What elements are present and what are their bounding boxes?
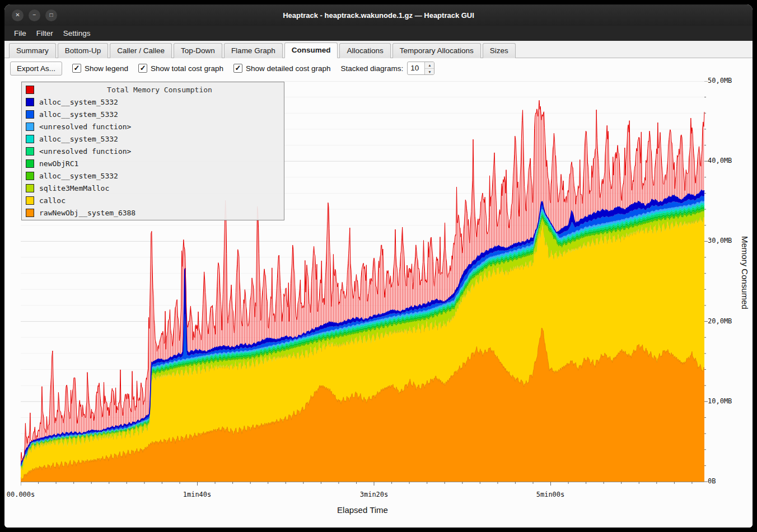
- menu-item-file[interactable]: File: [9, 27, 31, 39]
- minimize-button[interactable]: −: [29, 10, 40, 21]
- close-icon: ✕: [15, 12, 20, 18]
- x-axis-title: Elapsed Time: [21, 505, 704, 515]
- y-tick-label: 20,0MB: [708, 317, 732, 325]
- legend-label: calloc: [39, 196, 66, 205]
- legend-swatch: [26, 209, 34, 217]
- legend-swatch: [26, 172, 34, 180]
- show-total-cost-label: Show total cost graph: [151, 64, 223, 73]
- check-icon: ✓: [140, 64, 146, 72]
- show-detailed-cost-checkbox[interactable]: ✓: [233, 64, 242, 73]
- legend-swatch: [26, 184, 34, 192]
- tab-flame-graph[interactable]: Flame Graph: [224, 43, 283, 58]
- close-button[interactable]: ✕: [12, 10, 24, 21]
- legend-label: alloc__system_5332: [39, 135, 118, 143]
- heaptrack-window: ✕ − □ Heaptrack - heaptrack.wakunode.1.g…: [4, 4, 753, 528]
- legend-row: calloc: [22, 194, 284, 206]
- legend-swatch: [26, 110, 34, 119]
- maximize-icon: □: [49, 12, 53, 18]
- menu-item-filter[interactable]: Filter: [31, 27, 58, 39]
- legend-row: <unresolved function>: [22, 145, 284, 157]
- titlebar[interactable]: ✕ − □ Heaptrack - heaptrack.wakunode.1.g…: [4, 4, 753, 26]
- legend-label: newObjRC1: [39, 159, 78, 168]
- maximize-button[interactable]: □: [45, 10, 57, 21]
- x-tick-label: 5min00s: [528, 491, 573, 498]
- show-detailed-cost-group: ✓ Show detailed cost graph: [233, 64, 331, 73]
- legend-title: Total Memory Consumption: [39, 86, 280, 94]
- y-tick-label: 50,0MB: [708, 77, 732, 84]
- legend-swatch: [26, 196, 34, 205]
- stacked-diagrams-spinner[interactable]: 10 ▲ ▼: [407, 62, 434, 75]
- legend-label: alloc__system_5332: [39, 110, 118, 119]
- show-legend-checkbox[interactable]: ✓: [72, 64, 81, 73]
- y-axis-title: Memory Consumed: [740, 236, 750, 309]
- tab-bar: Summary Bottom-Up Caller / Callee Top-Do…: [4, 41, 753, 58]
- tab-temporary-allocations[interactable]: Temporary Allocations: [392, 43, 481, 58]
- check-icon: ✓: [235, 64, 241, 72]
- chart-legend: Total Memory Consumption alloc__system_5…: [21, 82, 284, 220]
- show-legend-group: ✓ Show legend: [72, 64, 128, 73]
- stacked-diagrams-label: Stacked diagrams:: [341, 64, 404, 73]
- y-tick-label: 40,0MB: [708, 157, 732, 164]
- legend-row: sqlite3MemMalloc: [22, 182, 284, 194]
- check-icon: ✓: [74, 64, 80, 72]
- spinner-buttons: ▲ ▼: [424, 62, 434, 74]
- legend-swatch: [26, 123, 34, 131]
- stacked-diagrams-group: Stacked diagrams: 10 ▲ ▼: [341, 62, 435, 75]
- x-tick-label: 3min20s: [352, 491, 396, 498]
- chart-region: 0B 10,0MB 20,0MB 30,0MB 40,0MB 50,0MB 00…: [4, 78, 753, 528]
- legend-label: sqlite3MemMalloc: [39, 184, 109, 192]
- menubar: File Filter Settings: [4, 26, 753, 41]
- tab-sizes[interactable]: Sizes: [483, 43, 516, 58]
- show-legend-label: Show legend: [85, 64, 128, 73]
- y-tick-label: 10,0MB: [708, 397, 732, 405]
- legend-row: alloc__system_5332: [22, 108, 284, 120]
- menu-item-settings[interactable]: Settings: [58, 27, 96, 39]
- legend-row: alloc__system_5332: [22, 170, 284, 182]
- legend-row: rawNewObj__system_6388: [22, 206, 284, 219]
- legend-swatch: [26, 135, 34, 143]
- legend-swatch: [26, 98, 34, 106]
- legend-label: <unresolved function>: [39, 123, 131, 131]
- toolbar: Export As... ✓ Show legend ✓ Show total …: [4, 58, 753, 78]
- tab-consumed[interactable]: Consumed: [284, 43, 338, 58]
- tab-allocations[interactable]: Allocations: [339, 43, 390, 58]
- chevron-up-icon: ▲: [428, 63, 431, 67]
- window-title: Heaptrack - heaptrack.wakunode.1.gz — He…: [283, 11, 474, 20]
- legend-row: alloc__system_5332: [22, 133, 284, 145]
- spinner-down-button[interactable]: ▼: [425, 68, 434, 74]
- stacked-diagrams-value[interactable]: 10: [408, 62, 424, 74]
- x-tick-label: 00.000s: [4, 491, 43, 498]
- show-total-cost-group: ✓ Show total cost graph: [138, 64, 223, 73]
- chevron-down-icon: ▼: [428, 70, 431, 74]
- legend-label: <unresolved function>: [39, 147, 131, 156]
- legend-swatch: [26, 147, 34, 156]
- legend-label: alloc__system_5332: [39, 172, 118, 180]
- show-detailed-cost-label: Show detailed cost graph: [246, 64, 331, 73]
- legend-swatch: [26, 159, 34, 168]
- legend-label: alloc__system_5332: [39, 98, 118, 106]
- legend-row: <unresolved function>: [22, 120, 284, 133]
- tab-summary[interactable]: Summary: [9, 43, 56, 58]
- tab-top-down[interactable]: Top-Down: [174, 43, 222, 58]
- y-tick-label: 30,0MB: [708, 237, 732, 244]
- export-as-button[interactable]: Export As...: [10, 62, 62, 76]
- legend-label: rawNewObj__system_6388: [39, 209, 135, 217]
- legend-row: newObjRC1: [22, 157, 284, 170]
- legend-title-row: Total Memory Consumption: [22, 83, 284, 96]
- minimize-icon: −: [33, 12, 36, 18]
- tab-bottom-up[interactable]: Bottom-Up: [58, 43, 109, 58]
- y-tick-label: 0B: [708, 477, 716, 485]
- show-total-cost-checkbox[interactable]: ✓: [138, 64, 147, 73]
- window-controls: ✕ − □: [12, 4, 57, 26]
- legend-swatch-total: [26, 86, 34, 94]
- spinner-up-button[interactable]: ▲: [425, 62, 434, 68]
- x-tick-label: 1min40s: [175, 491, 219, 498]
- legend-row: alloc__system_5332: [22, 96, 284, 108]
- tab-caller-callee[interactable]: Caller / Callee: [110, 43, 172, 58]
